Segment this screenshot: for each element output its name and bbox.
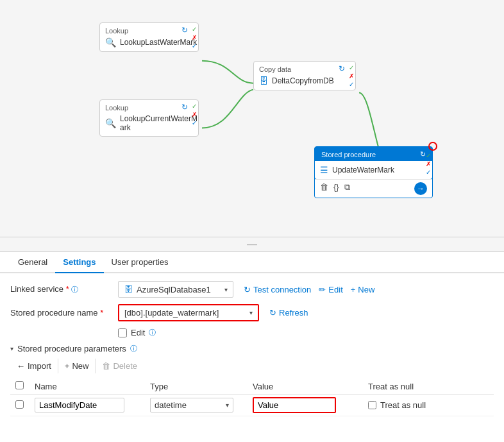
delete-param-icon: 🗑: [102, 361, 110, 371]
tabs-bar: General Settings User properties: [0, 252, 504, 273]
linked-service-value: AzureSqlDatabase1: [137, 285, 211, 294]
copydata-icon: 🗄: [259, 76, 268, 86]
storedproc-icon: ☰: [320, 165, 328, 175]
sp-check-icon: ✓: [426, 152, 431, 159]
x-icon2: ✗: [192, 111, 197, 118]
db-icon: 🗄: [124, 284, 133, 294]
lookup2-node[interactable]: Lookup 🔍 LookupCurrentWaterMark ✓ ✗ ✓ ↻: [99, 99, 199, 137]
edit-icon: ✏: [319, 285, 326, 294]
arrow-icon[interactable]: →: [414, 182, 427, 195]
linked-service-dropdown[interactable]: 🗄 AzureSqlDatabase1 ▾: [118, 281, 233, 298]
table-row: datetime ▾ Treat as null: [10, 395, 494, 416]
sp-params-section-header: ▾ Stored procedure parameters ⓘ: [10, 344, 494, 353]
chevron-down-icon: ▾: [224, 286, 228, 293]
select-all-checkbox[interactable]: [15, 381, 24, 389]
sp-name-label: Stored procedure name *: [10, 308, 113, 318]
x-icon: ✗: [192, 34, 197, 41]
code-icon[interactable]: {}: [333, 182, 339, 195]
lookup2-name: LookupCurrentWaterMark: [120, 114, 197, 132]
info-icon[interactable]: ⓘ: [71, 285, 78, 293]
param-name-input[interactable]: [35, 398, 124, 412]
sp-params-label: Stored procedure parameters: [17, 344, 126, 353]
test-connection-link[interactable]: ↻ Test connection: [244, 285, 311, 294]
edit-label: Edit: [131, 328, 145, 337]
red-circle-indicator: [428, 142, 437, 151]
test-icon: ↻: [244, 285, 251, 294]
lookup1-status-icons: ✓ ✗ ✓: [192, 26, 197, 49]
sp-name-value: [dbo].[update_watermark]: [124, 308, 219, 318]
col-header-value: Value: [248, 378, 363, 395]
plus-icon: +: [351, 285, 356, 294]
x-icon3: ✗: [349, 72, 354, 80]
param-type-value: datetime: [155, 400, 187, 410]
check-icon: ✓: [192, 26, 197, 33]
refresh-icon3: ↻: [339, 64, 345, 73]
type-chevron-icon: ▾: [226, 402, 229, 409]
new-param-icon: +: [65, 361, 70, 371]
col-header-type: Type: [145, 378, 248, 395]
delete-param-button[interactable]: 🗑 Delete: [96, 359, 144, 373]
import-icon: ←: [17, 361, 25, 371]
sp-name-row: Stored procedure name * [dbo].[update_wa…: [10, 304, 494, 321]
copydata-status-icons: ✓ ✗ ✓: [349, 64, 354, 88]
divider-handle[interactable]: —: [247, 239, 257, 250]
tab-user-properties[interactable]: User properties: [104, 252, 176, 273]
params-info-icon[interactable]: ⓘ: [130, 344, 137, 353]
check-icon3: ✓: [349, 64, 354, 71]
required-star: *: [66, 284, 69, 294]
edit-link[interactable]: ✏ Edit: [319, 285, 342, 294]
copydata-title: Copy data: [259, 65, 349, 73]
refresh-icon-btn: ↻: [269, 308, 276, 318]
lookup1-node[interactable]: Lookup 🔍 LookupLastWaterMark ✓ ✗ ✓ ↻: [99, 22, 199, 52]
refresh-button[interactable]: ↻ Refresh: [269, 308, 308, 318]
sp-x-icon: ✗: [426, 160, 431, 167]
edit-checkbox-row: Edit ⓘ: [118, 328, 494, 337]
check-icon2: ✓: [192, 103, 197, 110]
copydata-node[interactable]: Copy data 🗄 DeltaCopyfromDB ✓ ✗ ✓ ↻: [253, 61, 356, 90]
new-link[interactable]: + New: [351, 285, 375, 294]
storedproc-node[interactable]: Stored procedure ↻ ☰ UpdateWaterMark ✓ ✗…: [314, 146, 433, 198]
lookup1-name: LookupLastWaterMark: [120, 38, 197, 47]
param-type-dropdown[interactable]: datetime ▾: [150, 398, 233, 412]
treat-null-checkbox[interactable]: [368, 401, 376, 409]
storedproc-title: Stored procedure: [321, 151, 376, 158]
params-table: Name Type Value Treat as null datetime ▾: [10, 378, 494, 416]
refresh-icon2: ↻: [181, 103, 188, 112]
lookup2-icon: 🔍: [105, 118, 116, 128]
treat-null-label: Treat as null: [380, 400, 426, 410]
blue-check-icon3: ✓: [349, 81, 354, 88]
sp-refresh-icon: ↻: [420, 150, 426, 158]
tab-general[interactable]: General: [10, 252, 55, 273]
settings-form: Linked service * ⓘ 🗄 AzureSqlDatabase1 ▾…: [0, 273, 504, 424]
delete-icon[interactable]: 🗑: [320, 182, 328, 195]
lookup1-icon: 🔍: [105, 37, 116, 47]
storedproc-name: UpdateWaterMark: [332, 166, 394, 174]
section-chevron-icon[interactable]: ▾: [10, 345, 13, 352]
linked-service-actions: ↻ Test connection ✏ Edit + New: [244, 285, 374, 294]
edit-checkbox[interactable]: [118, 328, 127, 337]
param-value-input[interactable]: [253, 397, 336, 413]
col-header-check: [10, 378, 29, 395]
bottom-panel: General Settings User properties Linked …: [0, 252, 504, 424]
blue-check-icon: ✓: [192, 42, 197, 49]
refresh-icon: ↻: [181, 26, 188, 35]
treat-as-null-container: Treat as null: [368, 400, 489, 410]
sp-name-dropdown[interactable]: [dbo].[update_watermark] ▾: [118, 304, 259, 321]
sp-required-star: *: [100, 308, 103, 318]
linked-service-label: Linked service * ⓘ: [10, 284, 113, 294]
row-checkbox[interactable]: [15, 400, 24, 409]
sp-blue-icon: ✓: [426, 169, 431, 176]
pipeline-canvas: Lookup 🔍 LookupLastWaterMark ✓ ✗ ✓ ↻ Loo…: [0, 0, 504, 237]
copydata-name: DeltaCopyfromDB: [272, 76, 334, 85]
import-button[interactable]: ← Import: [10, 359, 58, 373]
new-param-button[interactable]: + New: [58, 359, 96, 373]
edit-info-icon[interactable]: ⓘ: [149, 328, 156, 337]
lookup1-title: Lookup: [105, 27, 192, 35]
blue-check-icon2: ✓: [192, 119, 197, 126]
col-header-null: Treat as null: [363, 378, 494, 395]
tab-settings[interactable]: Settings: [55, 252, 103, 273]
copy-icon[interactable]: ⧉: [344, 182, 350, 195]
col-header-name: Name: [29, 378, 145, 395]
lookup2-title: Lookup: [105, 104, 192, 112]
params-actions-bar: ← Import + New 🗑 Delete: [10, 359, 494, 373]
